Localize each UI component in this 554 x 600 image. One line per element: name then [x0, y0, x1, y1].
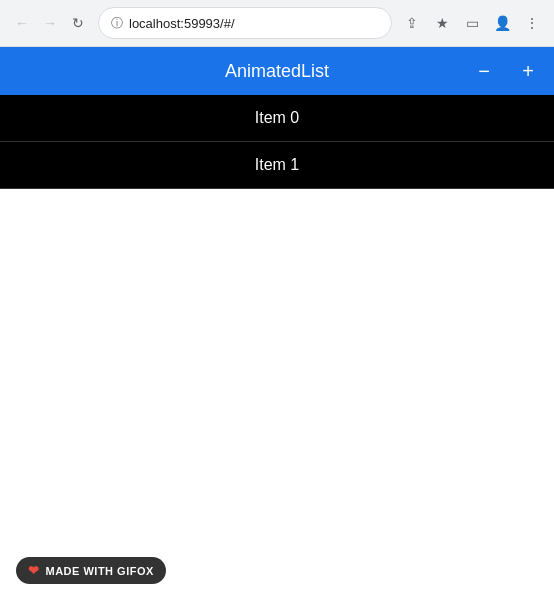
browser-toolbar: ← → ↻ ⓘ localhost:59993/#/ ⇪ ★ ▭ 👤 ⋮ — [0, 0, 554, 46]
browser-chrome: ← → ↻ ⓘ localhost:59993/#/ ⇪ ★ ▭ 👤 ⋮ — [0, 0, 554, 47]
url-text: localhost:59993/#/ — [129, 16, 379, 31]
plus-button[interactable]: + — [514, 57, 542, 85]
nav-buttons: ← → ↻ — [10, 11, 90, 35]
header-actions: − + — [470, 57, 542, 85]
app-header: AnimatedList − + — [0, 47, 554, 95]
list-item-label: Item 1 — [255, 156, 299, 173]
star-button[interactable]: ★ — [430, 11, 454, 35]
content-area — [0, 189, 554, 600]
gifox-badge: ❤ MADE WITH GIFOX — [16, 557, 166, 584]
list-item-label: Item 0 — [255, 109, 299, 126]
reload-button[interactable]: ↻ — [66, 11, 90, 35]
list-item[interactable]: Item 1 — [0, 142, 554, 189]
list-item[interactable]: Item 0 — [0, 95, 554, 142]
gifox-text: MADE WITH GIFOX — [46, 565, 154, 577]
minus-button[interactable]: − — [470, 57, 498, 85]
tab-search-button[interactable]: ▭ — [460, 11, 484, 35]
menu-button[interactable]: ⋮ — [520, 11, 544, 35]
app-title: AnimatedList — [225, 61, 329, 82]
forward-button[interactable]: → — [38, 11, 62, 35]
browser-actions: ⇪ ★ ▭ 👤 ⋮ — [400, 11, 544, 35]
download-button[interactable]: ⇪ — [400, 11, 424, 35]
lock-icon: ⓘ — [111, 15, 123, 32]
list-container: Item 0 Item 1 — [0, 95, 554, 189]
gifox-heart-icon: ❤ — [28, 563, 40, 578]
back-button[interactable]: ← — [10, 11, 34, 35]
address-bar[interactable]: ⓘ localhost:59993/#/ — [98, 7, 392, 39]
profile-button[interactable]: 👤 — [490, 11, 514, 35]
